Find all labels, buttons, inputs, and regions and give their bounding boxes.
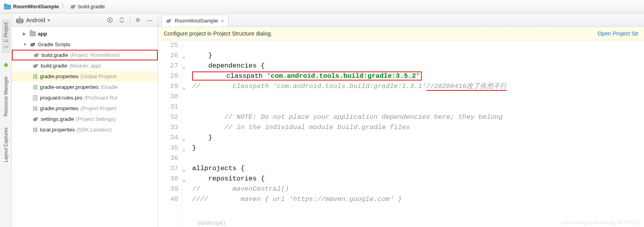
open-project-structure-link[interactable]: Open Project Str (598, 30, 639, 37)
tree-label: Gradle Scripts (38, 41, 70, 47)
tree-item-proguard-rules[interactable]: proguard-rules.pro (ProGuard Rul (12, 92, 158, 103)
svg-rect-14 (36, 106, 37, 111)
close-icon[interactable]: × (221, 18, 224, 24)
svg-point-2 (5, 6, 7, 9)
android-icon: 🤖 (16, 16, 24, 24)
gear-icon[interactable]: ⚙ (134, 16, 142, 24)
breadcrumb-root[interactable]: RoomWordSample (4, 4, 59, 9)
project-view-selector[interactable]: 🤖 Android ▾ (16, 16, 102, 24)
rail-layout-label: Layout Captures (3, 128, 9, 162)
svg-rect-16 (35, 128, 36, 132)
properties-icon (32, 106, 38, 111)
tree-label: app (38, 31, 47, 37)
chevron-down-icon: ▾ (47, 17, 50, 23)
tree-hint: (Global Properti (81, 73, 117, 79)
tree-item-build-gradle-project[interactable]: build.gradle (Project: RoomWordS (12, 50, 158, 60)
svg-rect-1 (4, 4, 7, 6)
rail-project[interactable]: ▭ 1: Project (2, 20, 10, 53)
gradle-icon (30, 42, 36, 47)
fold-column: ⊖⊖⊖⊖⊖⊖⊖ (182, 40, 189, 227)
svg-rect-13 (35, 106, 36, 111)
tree-hint: (SDK Location) (77, 127, 111, 133)
rail-icon[interactable]: ◆ (4, 61, 8, 68)
svg-point-4 (109, 19, 111, 21)
rail-resmgr-label: Resource Manager (3, 76, 9, 116)
tree-item-build-gradle-module[interactable]: build.gradle (Module: app) (12, 60, 158, 71)
collapse-icon[interactable] (118, 16, 126, 24)
svg-rect-7 (36, 74, 37, 79)
project-panel-header: 🤖 Android ▾ ⚙ — (12, 13, 158, 27)
editor-tab-label: RoomWordSample (175, 18, 218, 24)
tree-label: build.gradle (42, 52, 68, 58)
breadcrumb-bar: RoomWordSample 〉 build.gradle (0, 0, 644, 13)
gradle-icon (166, 18, 172, 24)
svg-rect-15 (33, 128, 34, 132)
rail-resource-manager[interactable]: Resource Manager (3, 76, 9, 116)
gradle-icon (32, 116, 39, 122)
file-icon (32, 95, 38, 101)
gradle-icon (33, 53, 40, 58)
project-panel: 🤖 Android ▾ ⚙ — ▶ app ▼ Gradle Scripts (12, 13, 158, 227)
code-lines[interactable]: } dependencies { classpath 'com.android.… (189, 40, 644, 227)
svg-rect-17 (36, 128, 37, 132)
gradle-icon (70, 4, 76, 9)
breadcrumb-file-label: build.gradle (78, 4, 105, 9)
properties-icon (32, 84, 38, 90)
svg-rect-12 (33, 106, 34, 111)
notification-text: Configure project in Project Structure d… (164, 30, 272, 37)
breadcrumb-separator-icon: 〉 (61, 2, 68, 11)
tree-hint: (Project Propert (81, 105, 117, 111)
properties-icon (32, 127, 38, 133)
left-tool-rail: ▭ 1: Project ◆ Resource Manager Layout C… (0, 13, 12, 227)
editor-area: RoomWordSample × Configure project in Pr… (158, 13, 644, 227)
svg-rect-6 (35, 74, 36, 79)
tree-hint: (Gradle (100, 84, 117, 90)
breadcrumb-file[interactable]: build.gradle (70, 4, 105, 9)
svg-rect-5 (33, 74, 34, 79)
rail-project-label: 1: Project (3, 23, 9, 43)
tree-label: settings.gradle (41, 116, 74, 122)
tree-item-local-properties[interactable]: local.properties (SDK Location) (12, 124, 158, 135)
tree-label: gradle-wrapper.properties (40, 84, 98, 90)
breadcrumb: RoomWordSample 〉 build.gradle (4, 2, 105, 11)
properties-icon (32, 74, 38, 79)
tree-hint: (Module: app) (69, 63, 101, 69)
editor-breadcrumb[interactable]: buildscript() (198, 220, 225, 226)
tree-node-gradle-scripts[interactable]: ▼ Gradle Scripts (12, 39, 158, 50)
tree-hint: (Project: RoomWordS (70, 52, 120, 58)
code-editor[interactable]: 25262728293031323334353637383940 ⊖⊖⊖⊖⊖⊖⊖… (158, 40, 644, 227)
notification-bar: Configure project in Project Structure d… (158, 27, 644, 40)
tree-label: proguard-rules.pro (40, 95, 82, 101)
svg-rect-11 (33, 96, 37, 100)
breadcrumb-root-label: RoomWordSample (13, 4, 59, 9)
project-icon: ▭ (3, 45, 9, 50)
tree-hint: (Project Settings) (76, 116, 116, 122)
editor-tab-bar: RoomWordSample × (158, 13, 644, 27)
tree-item-gradle-properties-global[interactable]: gradle.properties (Global Properti (12, 71, 158, 82)
svg-rect-8 (33, 85, 34, 90)
project-view-label: Android (26, 17, 45, 23)
expand-icon[interactable]: ▶ (23, 32, 28, 36)
module-icon (4, 4, 11, 9)
target-icon[interactable] (106, 16, 114, 24)
separator (130, 17, 130, 24)
tree-item-gradle-wrapper-properties[interactable]: gradle-wrapper.properties (Gradle (12, 82, 158, 92)
project-tree: ▶ app ▼ Gradle Scripts build.gradle (Pro… (12, 27, 158, 137)
tree-label: gradle.properties (40, 105, 79, 111)
tree-label: gradle.properties (40, 73, 79, 79)
tree-node-app[interactable]: ▶ app (12, 28, 158, 39)
gradle-icon (32, 63, 39, 69)
tree-label: local.properties (40, 127, 75, 133)
line-gutter: 25262728293031323334353637383940 (158, 40, 182, 227)
editor-tab[interactable]: RoomWordSample × (161, 15, 229, 26)
svg-rect-9 (35, 85, 36, 90)
tree-item-settings-gradle[interactable]: settings.gradle (Project Settings) (12, 114, 158, 124)
tree-label: build.gradle (41, 63, 67, 69)
tree-item-gradle-properties-project[interactable]: gradle.properties (Project Propert (12, 103, 158, 114)
collapse-icon[interactable]: ▼ (23, 42, 28, 47)
rail-layout-captures[interactable]: Layout Captures (3, 128, 9, 162)
svg-rect-10 (36, 85, 37, 90)
hide-icon[interactable]: — (146, 16, 154, 24)
folder-icon (30, 31, 36, 36)
tree-hint: (ProGuard Rul (84, 95, 117, 101)
